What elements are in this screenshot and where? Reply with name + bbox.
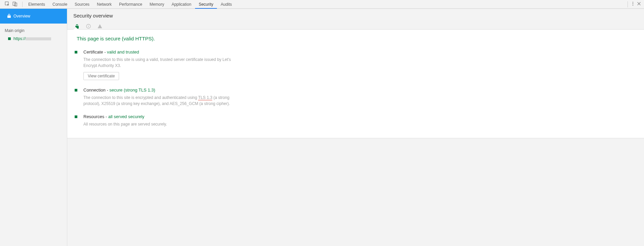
connection-desc: The connection to this site is encrypted… [83, 95, 238, 107]
security-state-icons [73, 19, 638, 29]
page-title: Security overview [73, 13, 638, 19]
resources-title: Resources - all served securely [83, 114, 167, 119]
tab-security[interactable]: Security [195, 0, 217, 8]
secure-status-icon [75, 51, 77, 54]
lock-icon [7, 14, 11, 19]
kebab-menu-icon[interactable] [631, 1, 635, 7]
tab-performance[interactable]: Performance [115, 0, 146, 8]
tab-network[interactable]: Network [93, 0, 115, 8]
origin-host-redacted [26, 37, 51, 40]
tab-elements[interactable]: Elements [25, 0, 49, 8]
tab-sources[interactable]: Sources [71, 0, 93, 8]
secure-status-icon [8, 37, 11, 40]
certificate-desc: The connection to this site is using a v… [83, 57, 238, 69]
toolbar-divider [22, 2, 23, 7]
toolbar-right [626, 1, 644, 7]
secure-headline: This page is secure (valid HTTPS). [75, 36, 637, 45]
info-icon [86, 24, 91, 29]
tab-memory[interactable]: Memory [146, 0, 168, 8]
certificate-title: Certificate - valid and trusted [83, 49, 238, 55]
security-content: This page is secure (valid HTTPS). Certi… [67, 29, 644, 138]
sidebar-overview[interactable]: Overview [0, 9, 67, 24]
toolbar-left [2, 1, 20, 7]
security-main: Security overview This page is secure (v… [67, 9, 644, 246]
section-connection: Connection - secure (strong TLS 1.3) The… [75, 83, 637, 109]
view-certificate-button[interactable]: View certificate [83, 72, 119, 80]
origin-url: https:// [13, 36, 51, 41]
secure-status-icon [75, 89, 77, 92]
tab-console[interactable]: Console [49, 0, 71, 8]
svg-rect-1 [13, 2, 15, 5]
warning-icon [98, 24, 102, 29]
toolbar-divider [628, 1, 628, 7]
inspect-icon[interactable] [5, 1, 10, 7]
devtools-tabbar: ElementsConsoleSourcesNetworkPerformance… [0, 0, 644, 9]
tab-audits[interactable]: Audits [217, 0, 235, 8]
close-icon[interactable] [637, 1, 641, 7]
section-resources: Resources - all served securely All reso… [75, 109, 637, 130]
device-toggle-icon[interactable] [12, 1, 17, 7]
main-header: Security overview [67, 9, 644, 29]
svg-point-8 [88, 25, 88, 25]
sidebar-section-header: Main origin [0, 24, 67, 35]
sidebar-origin-item[interactable]: https:// [0, 35, 67, 42]
svg-point-5 [633, 5, 633, 5]
secure-status-icon [75, 115, 77, 118]
security-sidebar: Overview Main origin https:// [0, 9, 67, 246]
svg-point-3 [633, 2, 633, 2]
sidebar-overview-label: Overview [13, 14, 30, 19]
section-certificate: Certificate - valid and trusted The conn… [75, 45, 637, 83]
tabs: ElementsConsoleSourcesNetworkPerformance… [25, 0, 236, 8]
tab-application[interactable]: Application [168, 0, 195, 8]
resources-desc: All resources on this page are served se… [83, 121, 167, 127]
svg-point-4 [633, 3, 633, 4]
connection-title: Connection - secure (strong TLS 1.3) [83, 87, 238, 93]
